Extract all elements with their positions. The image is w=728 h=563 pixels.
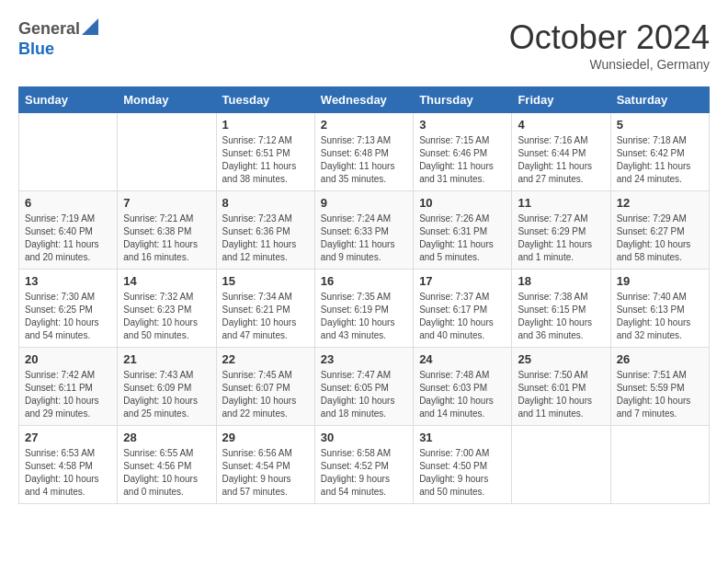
svg-marker-0	[82, 18, 98, 35]
calendar-cell: 7Sunrise: 7:21 AMSunset: 6:38 PMDaylight…	[118, 191, 216, 270]
calendar-cell: 29Sunrise: 6:56 AMSunset: 4:54 PMDayligh…	[216, 426, 314, 504]
day-info: Sunrise: 7:30 AMSunset: 6:25 PMDaylight:…	[25, 291, 111, 342]
day-number: 28	[123, 431, 210, 444]
day-number: 19	[617, 274, 703, 288]
day-number: 8	[222, 196, 309, 210]
day-number: 17	[419, 274, 506, 288]
calendar-cell: 1Sunrise: 7:12 AMSunset: 6:51 PMDaylight…	[216, 113, 314, 191]
day-number: 3	[419, 118, 506, 132]
day-number: 18	[518, 274, 604, 288]
location-subtitle: Wunsiedel, Germany	[509, 57, 710, 72]
day-number: 24	[419, 352, 506, 366]
day-info: Sunrise: 7:26 AMSunset: 6:31 PMDaylight:…	[419, 213, 506, 264]
calendar-cell	[118, 113, 216, 191]
calendar-cell: 2Sunrise: 7:13 AMSunset: 6:48 PMDaylight…	[314, 113, 413, 191]
day-number: 20	[25, 352, 111, 366]
logo: General Blue	[18, 18, 100, 59]
calendar-cell: 19Sunrise: 7:40 AMSunset: 6:13 PMDayligh…	[610, 270, 709, 348]
calendar-cell: 13Sunrise: 7:30 AMSunset: 6:25 PMDayligh…	[19, 270, 118, 348]
day-number: 30	[321, 431, 407, 444]
page-header: General Blue October 2024 Wunsiedel, Ger…	[18, 18, 710, 72]
weekday-header-thursday: Thursday	[414, 87, 512, 113]
month-title: October 2024	[509, 18, 710, 57]
day-info: Sunrise: 7:23 AMSunset: 6:36 PMDaylight:…	[222, 213, 309, 264]
day-info: Sunrise: 7:38 AMSunset: 6:15 PMDaylight:…	[518, 291, 604, 342]
calendar-cell: 18Sunrise: 7:38 AMSunset: 6:15 PMDayligh…	[512, 270, 610, 348]
calendar-cell: 8Sunrise: 7:23 AMSunset: 6:36 PMDaylight…	[216, 191, 314, 270]
day-info: Sunrise: 7:40 AMSunset: 6:13 PMDaylight:…	[617, 291, 703, 342]
day-number: 26	[617, 352, 703, 366]
calendar-cell: 15Sunrise: 7:34 AMSunset: 6:21 PMDayligh…	[216, 270, 314, 348]
day-number: 14	[123, 274, 210, 288]
logo-general: General	[18, 19, 80, 39]
day-info: Sunrise: 6:55 AMSunset: 4:56 PMDaylight:…	[123, 447, 210, 499]
day-number: 25	[518, 352, 604, 366]
day-info: Sunrise: 7:21 AMSunset: 6:38 PMDaylight:…	[123, 213, 210, 264]
calendar-cell	[19, 113, 118, 191]
calendar-cell: 12Sunrise: 7:29 AMSunset: 6:27 PMDayligh…	[610, 191, 709, 270]
day-number: 16	[321, 274, 407, 288]
calendar-cell: 4Sunrise: 7:16 AMSunset: 6:44 PMDaylight…	[512, 113, 610, 191]
calendar-cell: 20Sunrise: 7:42 AMSunset: 6:11 PMDayligh…	[19, 348, 118, 426]
day-info: Sunrise: 7:13 AMSunset: 6:48 PMDaylight:…	[321, 134, 407, 186]
day-info: Sunrise: 7:51 AMSunset: 5:59 PMDaylight:…	[617, 369, 703, 420]
day-number: 4	[518, 118, 604, 132]
day-info: Sunrise: 7:19 AMSunset: 6:40 PMDaylight:…	[25, 213, 111, 264]
day-info: Sunrise: 7:24 AMSunset: 6:33 PMDaylight:…	[321, 213, 407, 264]
day-info: Sunrise: 7:48 AMSunset: 6:03 PMDaylight:…	[419, 369, 506, 420]
day-info: Sunrise: 7:50 AMSunset: 6:01 PMDaylight:…	[518, 369, 604, 420]
calendar-cell: 3Sunrise: 7:15 AMSunset: 6:46 PMDaylight…	[414, 113, 512, 191]
weekday-header-wednesday: Wednesday	[314, 87, 413, 113]
day-info: Sunrise: 7:34 AMSunset: 6:21 PMDaylight:…	[222, 291, 309, 342]
calendar-cell: 9Sunrise: 7:24 AMSunset: 6:33 PMDaylight…	[314, 191, 413, 270]
weekday-header-saturday: Saturday	[610, 87, 709, 113]
day-number: 2	[321, 118, 407, 132]
day-number: 29	[222, 431, 309, 444]
day-info: Sunrise: 7:27 AMSunset: 6:29 PMDaylight:…	[518, 213, 604, 264]
calendar-cell: 27Sunrise: 6:53 AMSunset: 4:58 PMDayligh…	[19, 426, 118, 504]
day-info: Sunrise: 7:15 AMSunset: 6:46 PMDaylight:…	[419, 134, 506, 186]
day-info: Sunrise: 6:53 AMSunset: 4:58 PMDaylight:…	[25, 447, 111, 499]
calendar-cell: 26Sunrise: 7:51 AMSunset: 5:59 PMDayligh…	[610, 348, 709, 426]
day-info: Sunrise: 7:43 AMSunset: 6:09 PMDaylight:…	[123, 369, 210, 420]
day-number: 22	[222, 352, 309, 366]
calendar-cell	[610, 426, 709, 504]
day-info: Sunrise: 7:18 AMSunset: 6:42 PMDaylight:…	[617, 134, 703, 186]
day-info: Sunrise: 7:37 AMSunset: 6:17 PMDaylight:…	[419, 291, 506, 342]
calendar-cell: 23Sunrise: 7:47 AMSunset: 6:05 PMDayligh…	[314, 348, 413, 426]
title-block: October 2024 Wunsiedel, Germany	[509, 18, 710, 72]
calendar-cell	[512, 426, 610, 504]
day-number: 12	[617, 196, 703, 210]
calendar-cell: 14Sunrise: 7:32 AMSunset: 6:23 PMDayligh…	[118, 270, 216, 348]
day-number: 7	[123, 196, 210, 210]
day-number: 1	[222, 118, 309, 132]
calendar-cell: 10Sunrise: 7:26 AMSunset: 6:31 PMDayligh…	[414, 191, 512, 270]
day-number: 5	[617, 118, 703, 132]
calendar-cell: 30Sunrise: 6:58 AMSunset: 4:52 PMDayligh…	[314, 426, 413, 504]
weekday-header-monday: Monday	[118, 87, 216, 113]
day-number: 31	[419, 431, 506, 444]
day-number: 27	[25, 431, 111, 444]
calendar-cell: 21Sunrise: 7:43 AMSunset: 6:09 PMDayligh…	[118, 348, 216, 426]
weekday-header-tuesday: Tuesday	[216, 87, 314, 113]
day-info: Sunrise: 7:00 AMSunset: 4:50 PMDaylight:…	[419, 447, 506, 499]
calendar-cell: 24Sunrise: 7:48 AMSunset: 6:03 PMDayligh…	[414, 348, 512, 426]
calendar-table: SundayMondayTuesdayWednesdayThursdayFrid…	[18, 86, 710, 504]
day-info: Sunrise: 7:29 AMSunset: 6:27 PMDaylight:…	[617, 213, 703, 264]
logo-blue: Blue	[18, 40, 54, 58]
day-info: Sunrise: 6:56 AMSunset: 4:54 PMDaylight:…	[222, 447, 309, 499]
day-number: 23	[321, 352, 407, 366]
day-number: 21	[123, 352, 210, 366]
calendar-cell: 5Sunrise: 7:18 AMSunset: 6:42 PMDaylight…	[610, 113, 709, 191]
day-info: Sunrise: 6:58 AMSunset: 4:52 PMDaylight:…	[321, 447, 407, 499]
day-info: Sunrise: 7:45 AMSunset: 6:07 PMDaylight:…	[222, 369, 309, 420]
day-info: Sunrise: 7:16 AMSunset: 6:44 PMDaylight:…	[518, 134, 604, 186]
day-info: Sunrise: 7:47 AMSunset: 6:05 PMDaylight:…	[321, 369, 407, 420]
calendar-cell: 28Sunrise: 6:55 AMSunset: 4:56 PMDayligh…	[118, 426, 216, 504]
calendar-cell: 6Sunrise: 7:19 AMSunset: 6:40 PMDaylight…	[19, 191, 118, 270]
day-number: 10	[419, 196, 506, 210]
calendar-cell: 22Sunrise: 7:45 AMSunset: 6:07 PMDayligh…	[216, 348, 314, 426]
day-number: 13	[25, 274, 111, 288]
weekday-header-sunday: Sunday	[19, 87, 118, 113]
calendar-cell: 17Sunrise: 7:37 AMSunset: 6:17 PMDayligh…	[414, 270, 512, 348]
